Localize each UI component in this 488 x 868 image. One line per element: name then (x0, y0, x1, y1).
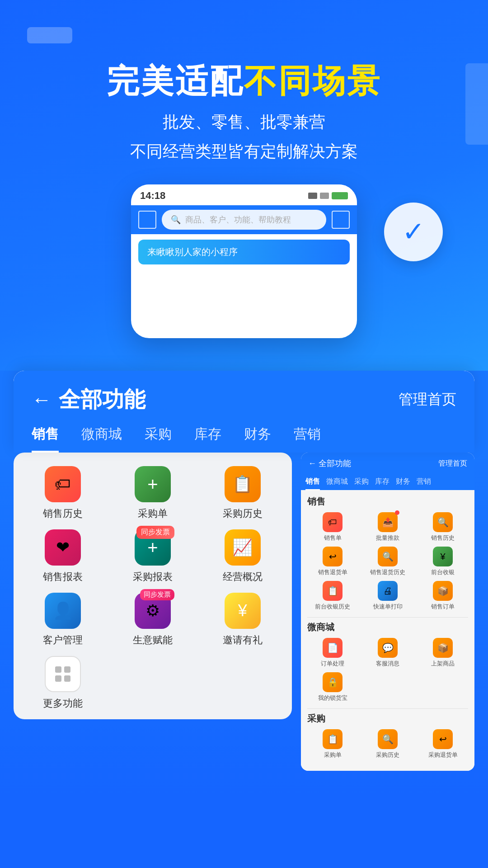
purchase-order-label: 采购单 (138, 507, 168, 520)
right-panel-header: ← 全部功能 管理首页 (301, 453, 474, 474)
list-item[interactable]: 📋 采购历史 (202, 466, 283, 520)
r-cashier-hist-label: 前台收银历史 (315, 603, 350, 611)
r-customer-msg-label: 客服消息 (376, 660, 399, 668)
tab-wechat-shop[interactable]: 微商城 (81, 425, 122, 453)
right-back-title[interactable]: ← 全部功能 (308, 458, 351, 469)
tab-marketing[interactable]: 营销 (294, 425, 321, 453)
r-cashier-icon: ¥ (433, 547, 453, 566)
list-item[interactable]: ❤ 销售报表 (23, 529, 103, 584)
r-sales-return-icon: ↩ (323, 547, 343, 566)
right-list-item[interactable]: ↩ 销售退货单 (307, 547, 358, 576)
dot3 (55, 675, 61, 682)
r-sales-order-label2: 销售订单 (431, 603, 455, 611)
dot1 (55, 666, 61, 673)
right-list-item[interactable]: 📄 订单处理 (307, 638, 358, 668)
new-badge2: 同步发票 (140, 589, 174, 600)
right-list-item[interactable]: 📋 采购单 (307, 729, 358, 759)
right-list-item[interactable]: 💬 客服消息 (362, 638, 413, 668)
tab-purchase[interactable]: 采购 (145, 425, 172, 453)
tab-inventory[interactable]: 库存 (194, 425, 221, 453)
phone-search-bar[interactable]: 🔍 商品、客户、功能、帮助教程 (162, 210, 326, 230)
r-cashier-hist-icon: 📋 (323, 581, 343, 601)
r-order-process-label: 订单处理 (321, 660, 344, 668)
right-tab-wechat[interactable]: 微商城 (326, 474, 348, 490)
right-tab-marketing[interactable]: 营销 (417, 474, 431, 490)
r-purchase-order-label: 采购单 (324, 751, 342, 759)
headline-main: 完美适配不同场景 (27, 61, 461, 100)
phone-battery-icon (332, 192, 348, 199)
right-list-item[interactable]: ¥ 前台收银 (418, 547, 468, 576)
list-item[interactable]: ¥ 邀请有礼 (202, 593, 283, 647)
phone-wifi-icon (320, 193, 329, 199)
list-item[interactable]: ⚙ 同步发票 生意赋能 (113, 593, 193, 647)
bottom-section: 🏷 销售历史 + 采购单 📋 采购历史 ❤ 销 (0, 453, 488, 798)
right-manage-label[interactable]: 管理首页 (438, 459, 467, 468)
panel-manage-button[interactable]: 管理首页 (399, 390, 456, 410)
right-tab-sales[interactable]: 销售 (305, 474, 320, 490)
right-list-item[interactable]: 📦 上架商品 (418, 638, 468, 668)
purchase-history-label: 采购历史 (223, 507, 263, 520)
r-lock-bao-icon: 🔒 (323, 672, 343, 692)
sales-report-icon: ❤ (45, 529, 81, 566)
list-item[interactable]: 更多功能 (23, 656, 103, 710)
business-overview-label: 经营概况 (223, 570, 263, 584)
list-item[interactable]: 🏷 销售历史 (23, 466, 103, 520)
invite-gift-label: 邀请有礼 (223, 633, 263, 647)
status-pill (27, 27, 72, 43)
right-list-item[interactable]: 🔍 销售历史 (418, 512, 468, 542)
status-bar (27, 27, 461, 43)
dot4 (64, 675, 70, 682)
check-circle: ✓ (384, 203, 443, 261)
right-section-purchase-title: 采购 (307, 712, 468, 725)
phone-signal-icon (308, 193, 317, 199)
headline: 完美适配不同场景 批发、零售、批零兼营 不同经营类型皆有定制解决方案 (27, 61, 461, 166)
purchase-report-label: 采购报表 (133, 570, 173, 584)
r-order-process-icon: 📄 (323, 638, 343, 658)
right-tab-inventory[interactable]: 库存 (375, 474, 389, 490)
list-item[interactable]: 📈 经营概况 (202, 529, 283, 584)
business-enable-icon: ⚙ 同步发票 (135, 593, 171, 629)
right-section-sales-title: 销售 (307, 495, 468, 508)
right-list-item[interactable]: 📤 批量推款 (362, 512, 413, 542)
list-item[interactable]: + 采购单 (113, 466, 193, 520)
purchase-order-icon: + (135, 466, 171, 502)
r-customer-msg-icon: 💬 (378, 638, 398, 658)
main-panel: ← 全部功能 管理首页 销售 微商城 采购 库存 财务 营销 (0, 371, 488, 453)
right-screen: ← 全部功能 管理首页 销售 微商城 采购 库存 财务 营销 销售 🏷 销售单 (301, 453, 474, 771)
search-placeholder-text: 商品、客户、功能、帮助教程 (185, 214, 291, 225)
r-sales-order-icon: 🏷 (323, 512, 343, 532)
r-sales-return-hist-icon: 🔍 (378, 547, 398, 566)
right-list-item[interactable]: 📦 销售订单 (418, 581, 468, 611)
search-icon: 🔍 (171, 215, 181, 225)
phone-qr-icon (332, 211, 350, 229)
deco-right (465, 63, 488, 145)
right-list-item[interactable]: 🔒 我的锁货宝 (307, 672, 358, 702)
right-list-item[interactable]: ↩ 采购退货单 (418, 729, 468, 759)
right-tab-purchase[interactable]: 采购 (354, 474, 369, 490)
right-list-item[interactable]: 🔍 采购历史 (362, 729, 413, 759)
panel-title-group: ← 全部功能 (32, 385, 145, 414)
right-list-item[interactable]: 🏷 销售单 (307, 512, 358, 542)
headline-white: 完美适配 (107, 63, 244, 99)
r-quick-print-label: 快速单打印 (373, 603, 403, 611)
tab-sales[interactable]: 销售 (32, 425, 59, 453)
check-icon: ✓ (402, 218, 425, 245)
right-list-item[interactable]: 📋 前台收银历史 (307, 581, 358, 611)
business-overview-icon: 📈 (225, 529, 261, 566)
list-item[interactable]: 👤 客户管理 (23, 593, 103, 647)
r-batch-push-icon: 📤 (378, 512, 398, 532)
phone-mockup: 14:18 🔍 商品、客户、功能、帮助教程 来瞅瞅别人家的小程序 (131, 184, 357, 338)
tab-finance[interactable]: 财务 (244, 425, 271, 453)
right-list-item[interactable]: 🔍 销售退货历史 (362, 547, 413, 576)
r-sales-return-hist-label: 销售退货历史 (370, 568, 405, 576)
purchase-report-icon: + 同步发票 (135, 529, 171, 566)
list-item[interactable]: + 同步发票 采购报表 (113, 529, 193, 584)
right-tab-finance[interactable]: 财务 (396, 474, 410, 490)
right-purchase-grid: 📋 采购单 🔍 采购历史 ↩ 采购退货单 (307, 729, 468, 759)
r-sales-order-icon2: 📦 (433, 581, 453, 601)
right-wechat-grid: 📄 订单处理 💬 客服消息 📦 上架商品 🔒 我的锁货宝 (307, 638, 468, 702)
more-functions-label: 更多功能 (43, 697, 83, 710)
back-arrow-icon[interactable]: ← (32, 388, 52, 411)
right-list-item[interactable]: 🖨 快速单打印 (362, 581, 413, 611)
r-purchase-order-icon: 📋 (323, 729, 343, 749)
